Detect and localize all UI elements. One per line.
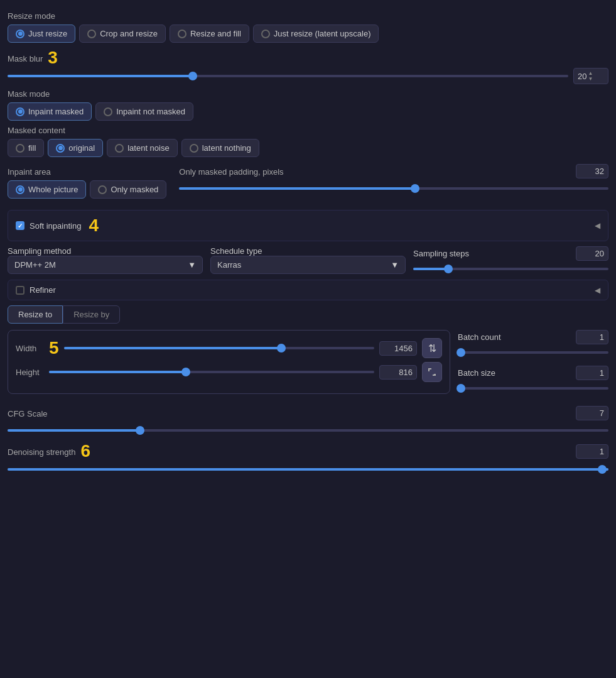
radio-circle-latent-nothing [190,144,198,153]
mask-blur-slider-row: 20 ▲ ▼ [8,68,608,84]
denoising-strength-value[interactable]: 1 [576,444,608,459]
resize-tabs-row: Resize to Resize by [8,305,608,324]
soft-inpainting-arrow: ◀ [595,221,600,230]
radio-circle-whole-picture [16,185,24,194]
mask-mode-group: Inpaint masked Inpaint not masked [8,102,608,121]
radio-whole-picture[interactable]: Whole picture [8,180,86,199]
batch-size-slider[interactable] [458,383,608,394]
width-height-section: Width 5 1456 ⇅ Height [8,330,450,394]
schedule-type-col: Schedule type Karras ▼ [210,246,406,274]
only-masked-padding-track [179,187,608,190]
radio-label-inpaint-masked: Inpaint masked [28,107,84,116]
only-masked-padding-slider[interactable] [179,183,608,194]
inpaint-area-section: Inpaint area Whole picture Only masked O… [8,162,608,204]
mask-blur-value[interactable]: 20 ▲ ▼ [573,68,608,84]
inpaint-area-group: Whole picture Only masked [8,180,166,199]
batch-size-track [458,387,608,390]
height-fill [49,371,186,373]
sampling-steps-value[interactable]: 20 [576,246,608,261]
radio-label-crop-resize: Crop and resize [100,29,158,38]
radio-original[interactable]: original [48,139,103,157]
cfg-scale-slider[interactable] [8,425,608,436]
width-track [64,347,374,349]
denoising-strength-label: Denoising strength [8,447,75,457]
masked-content-label: Masked content [8,126,608,135]
radio-inpaint-masked[interactable]: Inpaint masked [8,102,92,121]
sampling-steps-fill [413,268,448,270]
sampling-method-label: Sampling method [8,246,71,256]
radio-circle-inpaint-masked [16,107,24,116]
height-thumb[interactable] [181,368,190,376]
radio-just-resize[interactable]: Just resize [8,25,75,43]
tab-resize-to[interactable]: Resize to [8,305,63,324]
batch-count-item: Batch count 1 [458,330,608,358]
sampling-section: Sampling method DPM++ 2M ▼ Schedule type… [8,246,608,275]
height-label: Height [16,368,44,377]
refiner-header[interactable]: Refiner ◀ [8,280,608,300]
mask-blur-label-row: Mask blur 3 [8,48,608,68]
refiner-checkbox[interactable] [16,286,24,295]
radio-latent-nothing[interactable]: latent nothing [181,139,259,157]
batch-section: Batch count 1 Batch size 1 [458,330,608,394]
radio-circle-original [56,144,65,153]
batch-count-slider[interactable] [458,347,608,358]
sampling-steps-thumb[interactable] [444,265,453,273]
schedule-type-select[interactable]: Karras ▼ [210,256,406,274]
mask-blur-label: Mask blur [8,54,43,63]
schedule-type-label: Schedule type [210,246,262,256]
resize-mode-group: Just resize Crop and resize Resize and f… [8,25,608,43]
width-slider[interactable] [64,342,374,354]
radio-circle-fill [16,144,24,153]
batch-size-value[interactable]: 1 [576,366,608,380]
cfg-scale-value[interactable]: 7 [576,406,608,420]
refiner-arrow: ◀ [595,286,600,295]
batch-size-label: Batch size [458,368,495,378]
mask-mode-section: Mask mode Inpaint masked Inpaint not mas… [8,89,608,121]
soft-inpainting-checkbox[interactable]: ✓ [16,221,24,230]
sampling-method-col: Sampling method DPM++ 2M ▼ [8,246,203,274]
width-row: Width 5 1456 ⇅ [16,338,442,358]
sampling-steps-slider[interactable] [413,263,608,275]
radio-fill[interactable]: fill [8,139,44,157]
mask-blur-thumb[interactable] [188,72,197,80]
batch-count-track [458,351,608,354]
width-fill [64,347,281,349]
height-slider[interactable] [49,366,374,378]
batch-count-value[interactable]: 1 [576,330,608,344]
aspect-ratio-button[interactable] [422,362,442,382]
radio-circle-crop-resize [87,30,96,38]
radio-circle-latent-noise [115,144,124,153]
height-value[interactable]: 816 [379,365,417,380]
mask-blur-spin[interactable]: ▲ ▼ [588,70,593,82]
height-row: Height 816 [16,362,442,382]
batch-size-thumb[interactable] [457,384,465,393]
soft-inpainting-header[interactable]: ✓ Soft inpainting 4 ◀ [8,210,608,241]
refiner-label: Refiner [30,285,56,295]
radio-only-masked[interactable]: Only masked [90,180,166,199]
denoising-strength-thumb[interactable] [598,465,607,474]
radio-inpaint-not-masked[interactable]: Inpaint not masked [95,102,193,121]
tab-resize-by[interactable]: Resize by [63,305,120,324]
only-masked-padding-thumb[interactable] [411,184,419,193]
radio-just-resize-latent[interactable]: Just resize (latent upscale) [253,25,379,43]
mask-blur-fill [8,75,193,77]
width-thumb[interactable] [277,344,286,353]
width-value[interactable]: 1456 [379,341,417,356]
sampling-steps-label: Sampling steps [413,249,469,258]
sampling-method-select[interactable]: DPM++ 2M ▼ [8,256,203,274]
radio-crop-and-resize[interactable]: Crop and resize [79,25,166,43]
radio-label-whole-picture: Whole picture [28,185,78,194]
denoising-strength-step-number: 6 [80,441,90,461]
only-masked-padding-value[interactable]: 32 [576,164,608,178]
radio-resize-and-fill[interactable]: Resize and fill [170,25,249,43]
radio-label-only-masked: Only masked [111,185,158,194]
cfg-scale-fill [8,429,140,432]
cfg-scale-thumb[interactable] [136,426,144,435]
mask-blur-slider[interactable] [8,70,568,82]
denoising-strength-section: Denoising strength 6 1 [8,441,608,475]
batch-count-thumb[interactable] [457,348,465,357]
denoising-strength-slider[interactable] [8,464,608,475]
radio-latent-noise[interactable]: latent noise [107,139,178,157]
only-masked-padding-fill [179,187,415,190]
swap-dimensions-button[interactable]: ⇅ [422,338,442,358]
